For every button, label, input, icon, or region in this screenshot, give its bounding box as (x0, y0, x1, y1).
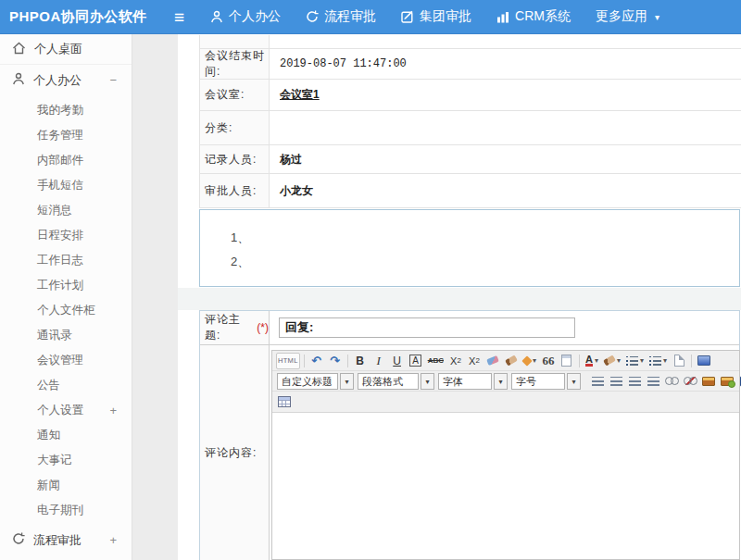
sidebar-item-schedule[interactable]: 日程安排 (0, 223, 132, 248)
collapse-icon[interactable]: − (109, 73, 117, 87)
field-label: 审批人员: (200, 174, 270, 207)
unordered-list-icon (649, 356, 661, 366)
align-left-icon (592, 377, 604, 386)
field-value: 小龙女 (270, 174, 741, 207)
eraser-button[interactable] (484, 353, 501, 369)
align-center-button[interactable] (608, 373, 624, 390)
upload-image-button[interactable] (719, 373, 735, 390)
sidebar-item-work-log[interactable]: 工作日志 (0, 248, 132, 273)
ordered-list-button[interactable]: ▾ (624, 353, 646, 369)
comment-subject-label: 评论主题: (*) (200, 311, 270, 344)
align-justify-button[interactable] (645, 373, 661, 390)
paste-from-word-button[interactable] (559, 353, 575, 369)
nav-group-approval[interactable]: 集团审批 (401, 8, 471, 25)
sidebar-item-events[interactable]: 大事记 (0, 448, 132, 473)
chevron-down-icon: ▾ (421, 373, 434, 390)
italic-button[interactable]: I (370, 353, 387, 369)
sidebar-item-news[interactable]: 新闻 (0, 473, 132, 498)
editor-content-area[interactable] (272, 413, 739, 559)
sidebar-item-sms[interactable]: 手机短信 (0, 173, 132, 198)
align-justify-icon (647, 377, 659, 386)
fullscreen-button[interactable] (696, 353, 712, 369)
sidebar-item-workflow-approval[interactable]: 流程审批 + (0, 525, 132, 555)
sidebar-item-personal-settings[interactable]: 个人设置+ (0, 398, 132, 423)
subscript-button[interactable]: X2 (466, 353, 483, 369)
font-size-select[interactable]: 字号 ▾ (511, 373, 581, 390)
sidebar-item-notice[interactable]: 通知 (0, 423, 132, 448)
brush-icon (505, 355, 518, 366)
nav-personal-office[interactable]: 个人办公 (210, 8, 281, 25)
sidebar-item-short-message[interactable]: 短消息 (0, 198, 132, 223)
align-left-button[interactable] (589, 373, 606, 390)
caret-down-icon: ▾ (655, 12, 659, 22)
font-family-select[interactable]: 字体 ▾ (438, 373, 508, 390)
format-brush-button[interactable] (503, 353, 520, 369)
new-document-icon (674, 355, 684, 367)
align-right-button[interactable] (626, 373, 643, 390)
bold-button[interactable]: B (352, 353, 369, 369)
font-border-button[interactable]: A (408, 353, 424, 369)
editor-toolbar: HTML ↶ ↷ B I U A ABC X2 (272, 351, 739, 413)
undo-button[interactable]: ↶ (308, 353, 325, 369)
field-label: 分类: (200, 111, 270, 144)
home-icon (12, 42, 26, 57)
insert-link-button[interactable] (663, 373, 680, 390)
table-row-end-time: 会议结束时间: 2019-08-07 11:47:00 (200, 49, 741, 80)
nav-workflow-approval[interactable]: 流程审批 (306, 8, 376, 25)
font-color-button[interactable]: A▾ (584, 353, 600, 369)
field-label: 会议结束时间: (200, 49, 270, 79)
meeting-detail-table: 会议结束时间: 2019-08-07 11:47:00 会议室: 会议室1 分类… (199, 35, 741, 208)
html-source-button[interactable]: HTML (276, 353, 300, 369)
sidebar-item-my-attendance[interactable]: 我的考勤 (0, 98, 132, 123)
expand-icon[interactable]: + (109, 404, 117, 417)
comment-subject-input[interactable] (279, 317, 575, 338)
insert-table-button[interactable] (276, 393, 293, 410)
process-icon (306, 10, 319, 23)
sidebar-item-personal-files[interactable]: 个人文件柜 (0, 298, 132, 323)
paragraph-format-select[interactable]: 段落格式 ▾ (358, 373, 434, 390)
auto-format-button[interactable]: ▾ (521, 353, 538, 369)
image-upload-icon (721, 377, 734, 386)
new-document-button[interactable] (671, 353, 687, 369)
unordered-list-button[interactable]: ▾ (647, 353, 669, 369)
sidebar-item-personal-office[interactable]: 个人办公 − (0, 65, 132, 95)
insert-media-button[interactable] (737, 373, 741, 390)
sidebar-item-contacts[interactable]: 通讯录 (0, 323, 132, 348)
sidebar-item-task-management[interactable]: 任务管理 (0, 123, 132, 148)
custom-heading-select[interactable]: 自定义标题 ▾ (277, 373, 354, 390)
redo-button[interactable]: ↷ (327, 353, 344, 369)
remove-link-button[interactable] (682, 373, 698, 390)
monitor-icon (697, 355, 710, 366)
underline-button[interactable]: U (389, 353, 406, 369)
sidebar-gutter (132, 34, 178, 560)
section-divider (178, 288, 741, 310)
expand-icon[interactable]: + (109, 533, 117, 547)
field-label: 会议室: (200, 80, 270, 110)
nav-more-apps[interactable]: 更多应用 ▾ (596, 8, 659, 25)
insert-image-button[interactable] (700, 373, 717, 390)
nav-crm-system[interactable]: CRM系统 (496, 8, 571, 25)
sidebar-item-announcement[interactable]: 公告 (0, 373, 132, 398)
sidebar-item-work-plan[interactable]: 工作计划 (0, 273, 132, 298)
sidebar-item-personal-desktop[interactable]: 个人桌面 (0, 34, 132, 65)
hamburger-menu-icon[interactable]: ≡ (174, 8, 184, 26)
eraser-icon (486, 355, 499, 366)
sidebar-item-meeting-management[interactable]: 会议管理 (0, 348, 132, 373)
superscript-button[interactable]: X2 (447, 353, 464, 369)
process-icon (12, 532, 25, 548)
image-icon (702, 377, 715, 386)
sidebar-item-e-journal[interactable]: 电子期刊 (0, 498, 132, 523)
sidebar-item-internal-mail[interactable]: 内部邮件 (0, 148, 132, 173)
link-icon (665, 377, 678, 385)
unlink-icon (684, 377, 697, 385)
minutes-line: 1、 (231, 226, 739, 250)
highlight-color-button[interactable]: ▾ (602, 353, 622, 369)
highlighter-icon (603, 355, 616, 366)
comment-form-table: 评论主题: (*) 评论内容: HTML (199, 310, 740, 560)
rich-text-editor: HTML ↶ ↷ B I U A ABC X2 (271, 350, 740, 560)
strikethrough-button[interactable]: ABC (426, 353, 446, 369)
bar-chart-icon (496, 11, 509, 23)
ordered-list-icon (626, 356, 638, 366)
table-row-recorder: 记录人员: 杨过 (200, 145, 741, 174)
blockquote-button[interactable]: 66 (540, 353, 557, 369)
